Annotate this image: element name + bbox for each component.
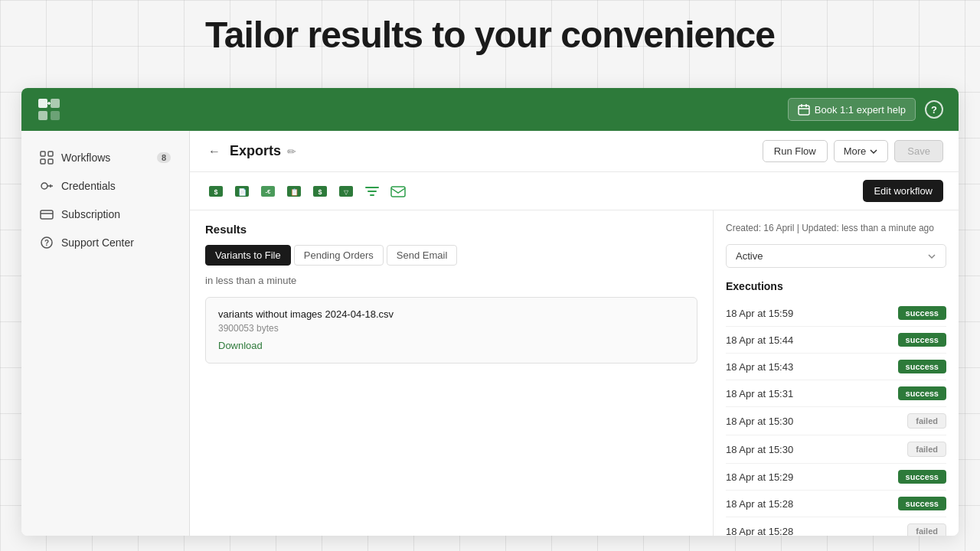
execution-date: 18 Apr at 15:29 [726,471,793,483]
icon-2-svg: 📄 [234,183,250,200]
execution-row[interactable]: 18 Apr at 15:44success [726,327,946,354]
workflow-icon-email[interactable] [387,181,409,202]
download-link[interactable]: Download [218,340,263,351]
sidebar-item-workflows[interactable]: Workflows 8 [26,144,185,171]
execution-row[interactable]: 18 Apr at 15:28failed [726,517,946,536]
workflow-icon-1[interactable]: $ [205,181,227,202]
sidebar-support-label: Support Center [61,236,134,249]
status-chevron-icon [927,252,936,261]
execution-status-badge: failed [907,413,946,429]
file-name: variants without images 2024-04-18.csv [218,308,684,320]
edit-workflow-button[interactable]: Edit workflow [863,180,943,202]
sidebar-item-support[interactable]: ? Support Center [26,229,185,256]
key-icon [40,179,54,193]
svg-rect-5 [41,152,45,156]
workflow-icons: $ 📄 -€ [205,181,409,202]
status-label: Active [736,250,763,262]
execution-row[interactable]: 18 Apr at 15:30failed [726,407,946,435]
sidebar-item-credentials[interactable]: Credentials [26,172,185,200]
back-button[interactable]: ← [205,143,224,160]
svg-rect-8 [48,159,53,164]
execution-date: 18 Apr at 15:28 [726,526,793,536]
results-title: Results [205,223,697,236]
workflow-icon-4[interactable]: 📋 [283,181,305,202]
run-flow-button[interactable]: Run Flow [763,140,828,162]
sidebar-subscription-label: Subscription [61,208,120,220]
execution-date: 18 Apr at 15:31 [726,388,793,399]
page-header: ← Exports ✏ Run Flow More Save [190,131,959,172]
execution-row[interactable]: 18 Apr at 15:59success [726,300,946,327]
executions-title: Executions [726,280,946,292]
svg-text:$: $ [318,188,322,196]
tab-send-email[interactable]: Send Email [387,245,457,266]
execution-date: 18 Apr at 15:59 [726,308,793,319]
svg-text:$: $ [214,188,217,196]
execution-date: 18 Apr at 15:43 [726,361,793,373]
card-icon [40,207,54,221]
sidebar-workflows-label: Workflows [61,152,110,164]
more-button[interactable]: More [834,140,889,162]
workflow-icon-filter[interactable] [361,181,383,202]
workflow-icon-3[interactable]: -€ [257,181,279,202]
tab-variants-to-file[interactable]: Variants to File [205,245,291,266]
more-label: More [844,145,867,157]
execution-row[interactable]: 18 Apr at 15:31success [726,380,946,407]
svg-text:-€: -€ [265,188,271,195]
icon-6-svg: ▽ [338,183,354,200]
execution-row[interactable]: 18 Apr at 15:28success [726,491,946,517]
hero-title: Tailor results to your convenience [0,14,980,56]
results-timestamp: in less than a minute [205,275,697,286]
save-button[interactable]: Save [894,140,943,162]
grid-icon [40,151,54,165]
tab-pending-orders[interactable]: Pending Orders [294,245,384,266]
icon-5-svg: $ [312,183,328,200]
execution-date: 18 Apr at 15:30 [726,444,793,455]
svg-rect-4 [799,106,809,115]
svg-point-9 [41,183,47,189]
execution-status-badge: success [898,333,946,347]
execution-date: 18 Apr at 15:44 [726,334,793,346]
svg-rect-6 [48,152,53,156]
svg-text:📋: 📋 [290,187,299,197]
sidebar-item-subscription[interactable]: Subscription [26,201,185,228]
execution-status-badge: success [898,497,946,510]
book-help-label: Book 1:1 expert help [815,104,906,116]
page-title: Exports [230,143,281,159]
svg-text:?: ? [44,239,49,247]
calendar-icon [798,103,810,116]
page-content: ← Exports ✏ Run Flow More Save [190,131,959,536]
svg-rect-0 [38,99,47,108]
file-size: 3900053 bytes [218,323,684,334]
execution-row[interactable]: 18 Apr at 15:29success [726,464,946,491]
results-tabs: Variants to File Pending Orders Send Ema… [205,245,697,266]
file-card: variants without images 2024-04-18.csv 3… [205,297,697,364]
execution-status-badge: failed [907,442,946,457]
main-content: Workflows 8 Credentials [21,131,959,536]
app-container: Book 1:1 expert help ? Workflows [21,88,959,536]
execution-row[interactable]: 18 Apr at 15:43success [726,354,946,380]
book-help-button[interactable]: Book 1:1 expert help [788,98,916,121]
execution-status-badge: success [898,386,946,400]
execution-status-badge: success [898,360,946,373]
execution-date: 18 Apr at 15:28 [726,498,793,510]
status-dropdown[interactable]: Active [726,244,946,268]
content-split: Results Variants to File Pending Orders … [190,210,959,536]
workflow-icon-5[interactable]: $ [309,181,331,202]
sidebar-credentials-label: Credentials [61,180,116,192]
svg-rect-25 [391,187,405,197]
help-circle-button[interactable]: ? [925,100,943,119]
workflow-icon-6[interactable]: ▽ [335,181,357,202]
results-panel: Results Variants to File Pending Orders … [190,210,714,536]
icon-3-svg: -€ [260,183,276,200]
execution-date: 18 Apr at 15:30 [726,416,793,427]
execution-row[interactable]: 18 Apr at 15:30failed [726,435,946,464]
app-logo-icon [37,97,61,122]
svg-rect-10 [41,210,53,219]
edit-title-icon[interactable]: ✏ [287,145,296,158]
executions-panel: Created: 16 April | Updated: less than a… [714,210,959,536]
svg-rect-3 [51,111,60,120]
icon-1-svg: $ [207,183,224,200]
support-icon: ? [40,236,54,249]
workflow-icon-2[interactable]: 📄 [231,181,253,202]
logo-area [37,97,61,122]
